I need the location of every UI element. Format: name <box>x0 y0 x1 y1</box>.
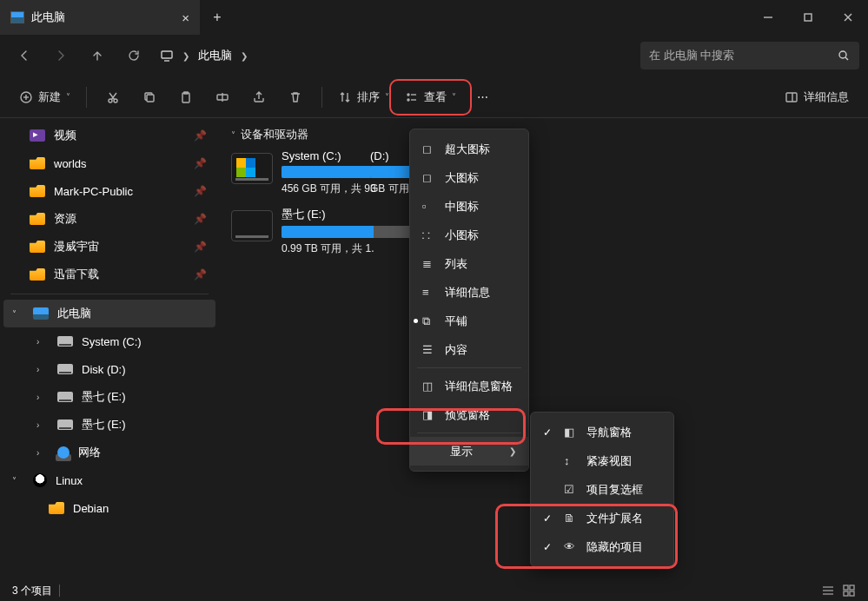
sidebar-drive-item[interactable]: › 墨七 (E:) <box>0 411 219 439</box>
menu-item[interactable]: ☑ 项目复选框 <box>531 475 673 504</box>
sidebar-network[interactable]: › 网络 <box>0 439 219 466</box>
svg-rect-13 <box>147 95 154 102</box>
refresh-button[interactable] <box>118 42 149 69</box>
folder-icon <box>49 502 64 514</box>
close-window-button[interactable] <box>828 0 868 35</box>
chevron-down-icon: ˅ <box>12 476 24 485</box>
back-button[interactable] <box>9 42 40 69</box>
menu-item[interactable]: ◫ 详细信息窗格 <box>410 372 528 400</box>
drive-icon <box>57 364 73 374</box>
menu-item[interactable]: ◻ 大图标 <box>410 163 528 192</box>
paste-button[interactable] <box>169 85 203 109</box>
sidebar: 视频 📌 worlds 📌 Mark-PC-Public 📌 资源 📌 漫威宇宙… <box>0 118 219 580</box>
sort-icon <box>338 90 352 104</box>
sidebar-quick-item[interactable]: 资源 📌 <box>0 205 219 233</box>
check-icon: ✓ <box>543 426 555 439</box>
chevron-right-icon[interactable]: ❯ <box>182 51 189 61</box>
sidebar-quick-item[interactable]: 迅雷下载 📌 <box>0 261 219 288</box>
delete-button[interactable] <box>278 85 313 109</box>
close-tab-icon[interactable]: × <box>182 10 189 25</box>
svg-point-6 <box>839 51 846 58</box>
sort-button[interactable]: 排序 ˅ <box>331 84 396 110</box>
pane-icon: ◫ <box>422 380 436 393</box>
menu-item[interactable]: ◨ 预览窗格 <box>410 400 528 429</box>
menu-item[interactable]: ✓ 👁 隐藏的项目 <box>531 532 673 561</box>
pin-icon: 📌 <box>194 185 207 197</box>
view-mode-icon: ⧉ <box>422 314 436 328</box>
check-icon: ✓ <box>543 541 555 553</box>
chevron-right-icon: ❯ <box>509 446 516 456</box>
pc-icon <box>10 11 24 23</box>
svg-line-7 <box>845 57 848 60</box>
sidebar-drive-item[interactable]: › 墨七 (E:) <box>0 383 219 411</box>
details-pane-button[interactable]: 详细信息 <box>778 84 856 110</box>
folder-icon <box>30 185 45 197</box>
menu-item[interactable]: ✓ ◧ 导航窗格 <box>531 418 673 446</box>
forward-button[interactable] <box>45 42 76 69</box>
more-button[interactable]: ⋯ <box>465 85 500 109</box>
sidebar-quick-item[interactable]: 视频 📌 <box>0 122 219 149</box>
menu-item[interactable]: ≡ 详细信息 <box>410 278 528 307</box>
sidebar-thispc[interactable]: ˅ 此电脑 <box>3 300 215 327</box>
view-icon <box>405 90 419 104</box>
sidebar-quick-item[interactable]: Mark-PC-Public 📌 <box>0 177 219 205</box>
svg-rect-27 <box>844 585 848 590</box>
search-input[interactable]: 在 此电脑 中搜索 <box>640 42 859 69</box>
svg-rect-28 <box>850 585 854 590</box>
pin-icon: 📌 <box>194 129 207 142</box>
menu-item[interactable]: ☰ 内容 <box>410 335 528 364</box>
option-icon: ◧ <box>564 426 578 439</box>
breadcrumb-location[interactable]: 此电脑 <box>198 48 232 63</box>
up-button[interactable] <box>82 42 113 69</box>
share-button[interactable] <box>242 85 276 109</box>
new-button[interactable]: 新建 ˅ <box>12 84 77 110</box>
view-mode-icon: ≡ <box>422 286 436 299</box>
chevron-right-icon: › <box>36 337 49 347</box>
view-mode-icon: ≣ <box>422 257 436 270</box>
minimize-button[interactable] <box>748 0 788 35</box>
linux-icon <box>33 473 47 487</box>
drive-icon <box>57 392 73 402</box>
copy-button[interactable] <box>132 85 167 109</box>
tab[interactable]: 此电脑 × <box>0 0 200 35</box>
svg-rect-30 <box>850 591 854 596</box>
menu-item[interactable]: ✓ 🗎 文件扩展名 <box>531 504 673 532</box>
chevron-right-icon: › <box>36 365 49 374</box>
chevron-right-icon: › <box>36 448 49 458</box>
drive-icon <box>231 210 273 241</box>
sidebar-linux[interactable]: ˅ Linux <box>0 466 219 494</box>
rename-button[interactable] <box>205 85 240 109</box>
drive-icon <box>231 153 273 184</box>
view-mode-icon: ◻ <box>422 171 436 184</box>
sidebar-drive-item[interactable]: › Disk (D:) <box>0 355 219 383</box>
maximize-button[interactable] <box>788 0 828 35</box>
chevron-right-icon[interactable]: ❯ <box>241 51 248 61</box>
details-icon <box>785 90 798 104</box>
svg-rect-29 <box>844 591 848 596</box>
breadcrumb[interactable]: ❯ 此电脑 ❯ <box>160 48 248 63</box>
menu-item[interactable]: ↕ 紧凑视图 <box>531 446 673 475</box>
menu-item[interactable]: ◻ 超大图标 <box>410 135 528 163</box>
svg-point-18 <box>407 94 409 96</box>
menu-item[interactable]: ≣ 列表 <box>410 249 528 278</box>
menu-item[interactable]: ▫ 中图标 <box>410 192 528 221</box>
sidebar-linux-child[interactable]: Debian <box>0 494 219 522</box>
network-icon <box>57 446 70 459</box>
sidebar-drive-item[interactable]: › System (C:) <box>0 327 219 355</box>
folder-icon <box>30 213 45 225</box>
menu-item-show[interactable]: 显示 ❯ <box>410 437 528 466</box>
option-icon: ☑ <box>564 483 578 496</box>
tiles-view-icon[interactable] <box>842 584 856 598</box>
details-view-icon[interactable] <box>821 584 835 598</box>
drive-icon <box>57 336 73 347</box>
view-button[interactable]: 查看 ˅ <box>398 84 463 110</box>
sidebar-quick-item[interactable]: worlds 📌 <box>0 149 219 177</box>
new-tab-button[interactable]: + <box>200 10 235 25</box>
menu-item[interactable]: ⧉ 平铺 <box>410 307 528 335</box>
pane-icon: ◨ <box>422 408 436 421</box>
menu-item[interactable]: ⸬ 小图标 <box>410 221 528 249</box>
chevron-down-icon: ˅ <box>12 309 24 319</box>
group-header[interactable]: ˅设备和驱动器 <box>231 127 856 142</box>
cut-button[interactable] <box>96 85 130 109</box>
sidebar-quick-item[interactable]: 漫威宇宙 📌 <box>0 233 219 261</box>
